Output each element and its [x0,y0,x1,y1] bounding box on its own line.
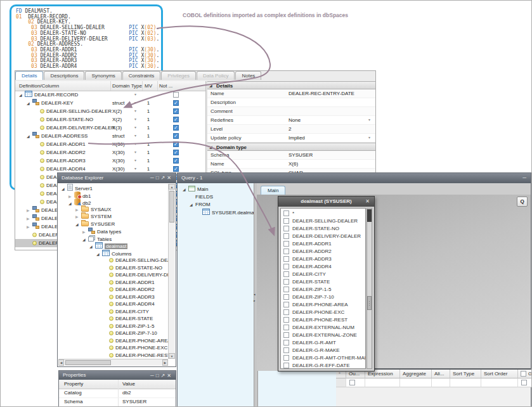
field-list-item[interactable]: DEALER-STATE-NO [283,225,365,233]
property-value[interactable]: X(6) [289,160,298,168]
field-checkbox[interactable] [283,256,289,262]
field-checkbox[interactable] [283,233,289,239]
explorer-tree-item[interactable]: DEALER-ADDR2 [58,286,168,294]
not-null-checkbox[interactable] [173,92,179,98]
property-row[interactable]: Comment [207,107,375,116]
field-checkbox[interactable] [283,241,289,247]
field-list-item[interactable]: DEALER-DELIVERY-DEALER [283,233,365,240]
domain-type-cell[interactable]: struct [112,99,125,107]
field-list-item[interactable]: DEALER-ZIP-1-5 [283,286,365,294]
splitter-collapse-right-icon[interactable]: ▸ [254,299,256,302]
column-header-value[interactable]: Value [122,380,135,389]
field-checkbox[interactable] [283,226,289,231]
qbe-column-header[interactable]: Group... [518,370,532,378]
explorer-tree-item[interactable]: DEALER-ADDR3 [58,294,168,301]
qbe-cell-checkbox[interactable] [521,380,527,385]
qbe-column-header[interactable]: Sort Type [450,370,481,378]
explorer-tree-item[interactable]: DEALER-STATE [58,315,168,323]
property-value[interactable]: DEALER-REC-ENTRY-DATE [289,89,354,98]
float-icon[interactable]: ↗ [161,175,167,181]
explorer-tree-item[interactable]: ▶db1 [58,191,168,199]
field-checkbox[interactable] [283,271,289,277]
tab-notes[interactable]: Notes [235,71,261,80]
field-checkbox[interactable] [283,363,289,368]
explorer-tree-item[interactable]: ◢dealmast [58,242,168,250]
field-list-item[interactable]: DEALER-SELLING-DEALER [283,217,365,225]
tab-data-policy[interactable]: Data Policy [197,71,235,80]
field-list-item[interactable]: DEALER-PHONE-REST [283,316,365,324]
field-checkbox[interactable] [283,218,289,224]
chevron-down-icon[interactable]: ▾ [368,134,370,142]
maximize-icon[interactable]: □ [156,373,161,378]
property-value[interactable]: Implied [289,134,305,142]
definition-tree-row[interactable]: DEALER-ADDR1X(30)▾1 [15,140,205,148]
field-checkbox[interactable] [283,249,289,254]
qbe-cell[interactable] [432,378,450,387]
explorer-tree-item[interactable]: DEALER-ADDR4 [58,300,168,308]
field-list-item[interactable]: DEALER-EXTERNAL-ZONE [283,332,365,339]
scroll-up-icon[interactable]: ▲ [169,184,175,190]
scroll-down-icon[interactable]: ▼ [169,353,175,359]
domain-type-cell[interactable]: X(30) [112,140,125,148]
scrollbar-thumb[interactable] [65,360,111,365]
field-checkbox[interactable] [283,309,289,315]
not-null-checkbox[interactable] [173,133,179,139]
chevron-down-icon[interactable]: ▾ [134,99,136,107]
field-checkbox[interactable] [283,355,289,361]
tab-descriptions[interactable]: Descriptions [44,71,84,80]
qbe-column-header[interactable]: Sort Order [481,370,518,378]
tree-expanded-icon[interactable]: ◢ [190,201,195,209]
explorer-tree-item[interactable]: DEALER-CITY [58,308,168,316]
query-tree-item[interactable]: SYSUSER.dealmast [178,209,254,216]
not-null-checkbox[interactable] [173,150,179,155]
explorer-tree-item[interactable]: ▶Data types [58,228,168,235]
column-header-property[interactable]: Property [64,380,83,389]
property-section-header[interactable]: Domain type [207,143,375,151]
explorer-tree-item[interactable]: DEALER-SELLING-DEALER [58,257,168,264]
field-list-item[interactable]: DEALER-PHONE-AREA [283,301,365,309]
field-list-item[interactable]: DEALER-ZIP-7-10 [283,294,365,301]
qbe-cell[interactable] [365,378,400,387]
not-null-checkbox[interactable] [173,117,179,122]
field-checkbox[interactable] [283,279,289,285]
field-checkbox[interactable] [283,302,289,307]
chevron-down-icon[interactable]: ▾ [134,157,136,165]
not-null-checkbox[interactable] [173,108,179,114]
property-value[interactable]: SYSUSER [122,397,146,406]
field-list-item[interactable]: DEALER-ADDR3 [283,255,365,263]
scrollbar-thumb[interactable] [367,296,372,310]
chevron-down-icon[interactable]: ▾ [134,107,136,115]
scrollbar-thumb[interactable] [169,191,174,223]
definition-tree-row[interactable]: ◢DEALER-ADDRESSstruct▾1 [15,132,205,140]
chevron-down-icon[interactable]: ▾ [134,124,136,132]
field-list-item[interactable]: * [283,210,365,217]
field-chooser-scrollbar[interactable] [367,208,372,369]
field-checkbox[interactable] [283,325,289,330]
explorer-tree-item[interactable]: DEALER-PHONE-REST [58,352,168,359]
properties-row[interactable]: Catalogdb2 [59,389,176,398]
property-row[interactable]: Level2 [207,125,375,134]
definition-tree-row[interactable]: DEALER-DELIVERY-DEALERX(3)▾1 [15,124,205,132]
close-icon[interactable]: ✕ [167,373,173,378]
maximize-icon[interactable]: □ [156,175,161,181]
field-list-item[interactable]: DEALER-PHONE-EXC [283,309,365,316]
column-header-definition[interactable]: Definition/Column [19,83,59,89]
query-tree-item[interactable]: ◢Main [178,186,254,193]
tab-constraints[interactable]: Constraints [122,71,160,80]
column-header-mv[interactable]: MV [145,83,152,89]
field-checkbox[interactable] [283,317,289,323]
definition-tree-row[interactable]: DEALER-STATE-NOX(2)▾1 [15,115,205,124]
property-row[interactable]: NameX(6) [207,160,375,169]
property-value[interactable]: None [289,116,301,124]
domain-type-cell[interactable]: struct [112,132,125,140]
tab-privileges[interactable]: Privileges [161,71,196,80]
field-list-item[interactable]: DEALER-ADDR2 [283,248,365,255]
close-icon[interactable]: ✕ [167,175,173,181]
query-tree-item[interactable]: FIELDS [178,193,254,201]
explorer-vertical-scrollbar[interactable]: ▲ ▼ [168,184,175,359]
field-checkbox[interactable] [283,294,289,300]
explorer-tree-item[interactable]: DEALER-ZIP-1-5 [58,323,168,330]
column-header-domain-type[interactable]: Domain Type [112,83,142,89]
domain-type-cell[interactable]: X(30) [112,157,125,165]
tab-synonyms[interactable]: Synonyms [85,71,121,80]
